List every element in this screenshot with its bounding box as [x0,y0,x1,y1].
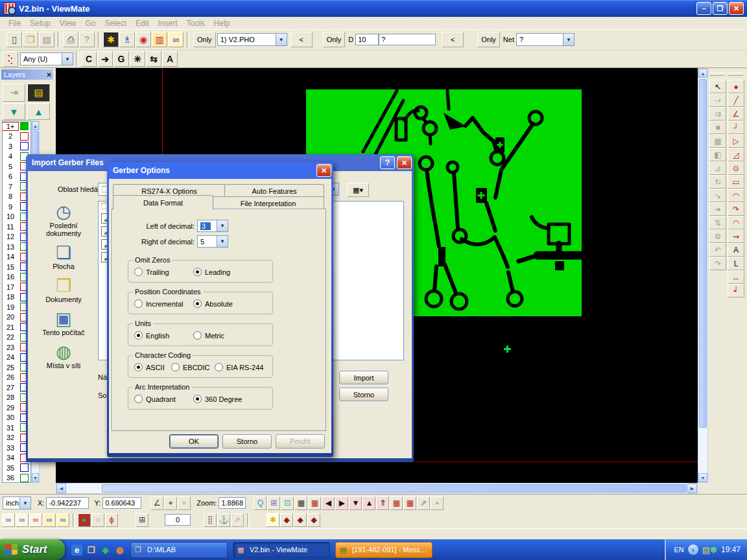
tab-data-format[interactable]: Data Format [113,195,213,210]
draw-line-icon[interactable]: ╱ [728,93,744,107]
layer-row-3[interactable]: 3 [3,141,30,152]
draw-arc-icon[interactable]: ◠ [728,189,744,202]
aperture-grid-icon[interactable]: ⢕ [3,51,18,67]
radio-icon[interactable] [193,331,202,340]
draw-corner2-icon[interactable]: ┙ [728,284,744,298]
scrollbar-thumb[interactable] [102,484,687,493]
close-button[interactable]: ✕ [729,2,744,15]
pad-view-icon[interactable]: ◉ [136,32,151,47]
mode-g-icon[interactable]: G [113,51,129,67]
undo-tool-icon[interactable]: ↶ [709,243,726,257]
pan-up-icon[interactable]: ▲ [362,496,375,510]
radio-trailing[interactable]: Trailing [134,268,169,276]
only-dcode-button[interactable]: Only [323,32,346,47]
grid-snap-icon[interactable]: ▦ [308,496,321,510]
print-icon[interactable]: ⎙ [63,32,78,47]
layer-table-button[interactable]: ▤ [27,84,50,102]
ok-button[interactable]: OK [169,434,219,449]
view-preset-5-icon[interactable]: ∞ [56,513,69,527]
view-preset-3-icon[interactable]: ∞ [29,513,42,527]
draw-polyline-icon[interactable]: ∠ [728,107,744,121]
draw-circle-icon[interactable]: ⊙ [728,161,744,175]
draw-triangle-icon[interactable]: ◿ [728,148,744,161]
task-viewmate[interactable]: ▦V2.bin - ViewMate [233,542,330,558]
place-documents[interactable]: ❒Dokumenty [33,276,94,303]
aperture-filter-combo[interactable]: Any (U) ▼ [20,52,73,65]
place-recent-documents[interactable]: ◷Poslední dokumenty [33,202,94,237]
flash-select-icon[interactable]: ✱ [267,513,279,527]
only-layer-button[interactable]: Only [193,32,216,47]
lamp-off-icon[interactable]: ○ [91,513,104,527]
task-explorer-mlab[interactable]: ❒D:\MLAB [130,542,228,558]
view-preset-1-icon[interactable]: ∞ [2,513,15,527]
menu-go[interactable]: Go [86,19,96,28]
layer-color-swatch[interactable] [20,142,29,150]
scroll-down-icon[interactable]: ▼ [698,473,707,482]
cancel-button[interactable]: Storno [339,388,388,401]
zoom-grid-icon[interactable]: ⊞ [267,496,280,510]
anchor-icon[interactable]: ⚓ [217,513,230,527]
mode-move-icon[interactable]: ➔ [97,51,113,67]
scroll-down-icon[interactable]: ▼ [32,473,39,482]
mirror-y-tool-icon[interactable]: ⊿ [709,161,726,175]
pad-select-2-icon[interactable]: ◆ [294,513,307,527]
layer-row-36[interactable]: 36 [3,473,30,484]
cancel-button[interactable]: Storno [222,434,272,449]
move-tool-icon[interactable]: ⇢ [709,93,726,107]
apply-button[interactable]: Použít [276,434,325,449]
import-button[interactable]: Import [339,371,388,384]
grid-toggle-icon[interactable]: ▦ [294,496,307,510]
move-to-layer-tool-icon[interactable]: ➜ [709,202,726,216]
close-button[interactable]: ✕ [397,156,412,169]
open-file-icon[interactable]: ❒ [23,32,38,47]
pan-left-icon[interactable]: ◀ [322,496,335,510]
angle-measure-icon[interactable]: ∠ [150,496,163,510]
radio-icon[interactable] [193,299,202,308]
scale-tool-icon[interactable]: ↘ [709,189,726,202]
place-desktop[interactable]: ❏Plocha [33,243,94,270]
place-network[interactable]: ◍Místa v síti [33,342,94,369]
close-button[interactable]: ✕ [316,164,331,177]
draw-dimension-icon[interactable]: ↔ [728,270,744,284]
mode-text-icon[interactable]: A [162,51,178,67]
dcode-input[interactable]: 10 [355,34,379,45]
origin-icon[interactable]: ⌖ [164,496,177,510]
highlight-flash-icon[interactable]: ✱ [103,32,119,47]
new-file-icon[interactable]: ▯ [6,32,22,47]
draw-pad-icon[interactable]: ● [728,80,744,93]
layer-color-swatch[interactable] [20,132,29,141]
radio-metric[interactable]: Metric [193,331,224,340]
move-ref-icon[interactable]: ⇗ [231,513,244,527]
radio-icon[interactable] [134,299,143,308]
layer-color-swatch[interactable] [20,474,29,482]
draw-spline-icon[interactable]: ⇝ [728,229,744,243]
menu-insert[interactable]: Insert [158,19,178,28]
language-indicator[interactable]: EN [674,546,683,554]
quicklaunch-folder-icon[interactable]: ❒ [86,544,97,555]
view-preset-4-icon[interactable]: ∞ [43,513,56,527]
chevron-down-icon[interactable]: ▼ [217,220,228,231]
select-tool-icon[interactable]: ↖ [709,80,726,93]
radio-ebcdic[interactable]: EBCDIC [171,363,210,371]
left-of-decimal-combo[interactable]: 3 ▼ [197,220,228,232]
menu-help[interactable]: Help [214,19,230,28]
prev-dcode-button[interactable]: < [442,32,464,47]
scroll-left-icon[interactable]: ◀ [56,484,66,493]
menu-edit[interactable]: Edit [136,19,149,28]
layer-color-swatch[interactable] [20,122,29,130]
tray-layout-icon[interactable]: ▤ [702,545,710,555]
right-of-decimal-combo[interactable]: 5 ▼ [197,235,228,248]
pad-select-1-icon[interactable]: ◆ [280,513,293,527]
quicklaunch-book-icon[interactable]: ◆ [100,544,111,555]
radio-icon[interactable] [215,363,223,371]
radio-icon[interactable] [134,395,143,403]
layer-up-button[interactable]: ▲ [27,103,50,120]
zoom-in-icon[interactable]: Q [254,496,267,510]
redo-tool-icon[interactable]: ↷ [709,257,726,270]
fill-solid-tool-icon[interactable]: ■ [709,121,726,134]
draw-curve-icon[interactable]: ↷ [728,202,744,216]
chevron-down-icon[interactable]: ▼ [563,34,574,45]
units-combo[interactable]: inch ▼ [3,496,31,509]
tab-auto-features[interactable]: Auto Features [224,184,324,197]
radio-icon[interactable] [171,363,180,371]
